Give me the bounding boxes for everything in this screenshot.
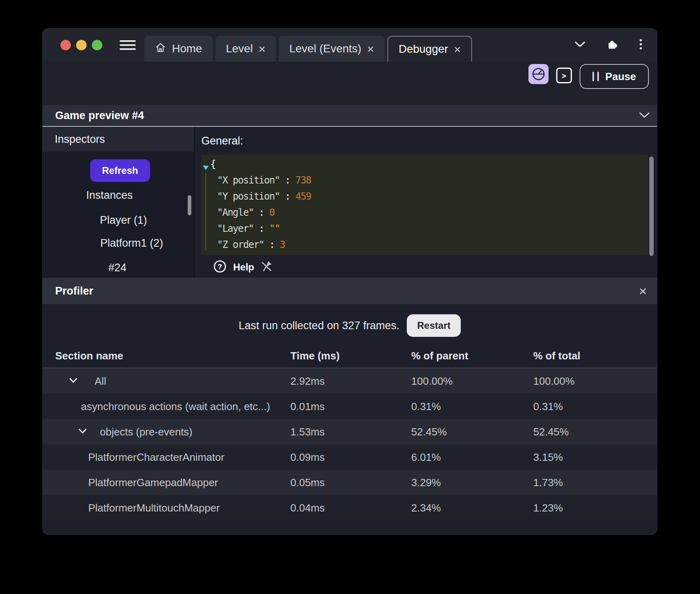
property-value[interactable]: 3 (280, 239, 285, 250)
pause-button[interactable]: Pause (580, 64, 649, 89)
collapse-triangle-icon[interactable] (203, 161, 209, 173)
tree-item-platform1[interactable]: Platform1 (2) (100, 237, 163, 250)
traffic-lights (43, 40, 102, 50)
tab-home[interactable]: Home (144, 36, 213, 62)
help-question-icon[interactable]: ? (213, 260, 227, 275)
tab-debugger[interactable]: Debugger × (387, 36, 472, 62)
tab-label: Level (Events) (289, 42, 361, 55)
chevron-down-icon[interactable] (79, 428, 87, 435)
unpin-icon[interactable] (261, 260, 273, 274)
table-row[interactable]: objects (pre-events) 1.53ms 52.45% 52.45… (43, 419, 657, 444)
column-time: Time (ms) (290, 350, 340, 362)
property-value[interactable]: 738 (295, 175, 311, 186)
pause-label: Pause (605, 70, 636, 83)
close-tab-icon[interactable]: × (367, 42, 374, 55)
tab-bar: Home Level × Level (Events) × Debugger × (43, 29, 657, 62)
tabbar-right-actions (575, 38, 657, 52)
property-row: "Z order" : 3 (201, 237, 648, 253)
pause-icon (592, 72, 599, 81)
close-tab-icon[interactable]: × (454, 43, 461, 56)
table-row[interactable]: PlatformerMultitouchMapper 0.04ms 2.34% … (43, 495, 657, 520)
profiler-body: Last run collected on 327 frames. Restar… (43, 304, 657, 534)
tab-label: Debugger (399, 43, 448, 56)
property-row: "Y position" : 459 (201, 188, 648, 204)
restart-button[interactable]: Restart (407, 314, 461, 337)
refresh-button[interactable]: Refresh (90, 159, 150, 182)
help-label[interactable]: Help (233, 262, 254, 273)
tab-strip: Home Level × Level (Events) × Debugger × (144, 36, 472, 62)
profiler-status-text: Last run collected on 327 frames. (239, 320, 400, 332)
home-icon (155, 41, 166, 56)
column-section-name: Section name (55, 350, 123, 362)
tree-item-instance-24[interactable]: #24 (108, 262, 126, 274)
table-row[interactable]: PlatformerCharacterAnimator 0.09ms 6.01%… (43, 444, 657, 470)
property-value[interactable]: "" (269, 223, 280, 234)
property-row: "Angle" : 0 (201, 204, 648, 221)
profiler-header: Profiler × (43, 278, 657, 304)
general-title: General: (201, 135, 243, 147)
property-value[interactable]: 0 (269, 207, 275, 218)
menu-icon[interactable] (120, 40, 136, 50)
inspectors-scrollbar[interactable] (188, 195, 191, 215)
extensions-puzzle-icon[interactable] (606, 38, 618, 52)
collapse-chevron-icon[interactable] (639, 112, 650, 120)
general-scrollbar[interactable] (649, 157, 654, 256)
profiler-table-header: Section name Time (ms) % of parent % of … (43, 350, 657, 362)
console-button[interactable]: > (556, 68, 572, 83)
profiler-title: Profiler (55, 285, 93, 297)
minimize-window-button[interactable] (76, 40, 87, 50)
close-window-button[interactable] (60, 40, 71, 50)
help-row: ? Help (213, 260, 273, 275)
inspectors-tree: Refresh Instances Player (1) Platform1 (… (43, 152, 194, 278)
debugger-window: Home Level × Level (Events) × Debugger × (42, 28, 657, 535)
tab-label: Level (226, 42, 253, 55)
inspectors-title: Inspectors (43, 127, 194, 152)
property-row: "X position" : 738 (201, 172, 648, 188)
tree-item-player[interactable]: Player (1) (100, 214, 147, 227)
property-value[interactable]: 459 (295, 191, 311, 202)
profiler-status-row: Last run collected on 327 frames. Restar… (43, 314, 657, 337)
profiler-gauge-button[interactable] (528, 64, 549, 84)
tab-label: Home (172, 42, 202, 55)
general-panel: General: { "X position" : 738 "Y positio… (195, 127, 657, 278)
table-row[interactable]: asynchronous actions (wait action, etc..… (43, 394, 657, 419)
console-prompt-icon: > (562, 71, 566, 80)
column-percent-total: % of total (533, 350, 580, 362)
more-options-icon[interactable] (639, 39, 642, 52)
svg-text:?: ? (218, 263, 222, 271)
open-brace: { (210, 159, 215, 170)
properties-json-view: { "X position" : 738 "Y position" : 459 … (201, 155, 648, 255)
tree-item-instances[interactable]: Instances (86, 189, 133, 202)
game-preview-content: Inspectors Refresh Instances Player (1) … (43, 127, 657, 278)
tab-level-events[interactable]: Level (Events) × (279, 36, 385, 62)
chevron-down-icon[interactable] (69, 377, 77, 385)
close-tab-icon[interactable]: × (259, 42, 266, 55)
zoom-window-button[interactable] (92, 40, 102, 50)
table-row[interactable]: All 2.92ms 100.00% 100.00% (43, 368, 657, 394)
chevron-down-icon[interactable] (575, 41, 585, 49)
game-preview-title: Game preview #4 (55, 109, 144, 122)
close-profiler-icon[interactable]: × (639, 284, 647, 298)
tab-level[interactable]: Level × (215, 36, 276, 62)
inspectors-panel: Inspectors Refresh Instances Player (1) … (43, 127, 195, 278)
gauge-icon (531, 66, 546, 82)
debugger-toolbar: > Pause (43, 62, 657, 105)
column-percent-parent: % of parent (411, 350, 468, 362)
table-row[interactable]: PlatformerGamepadMapper 0.05ms 3.29% 1.7… (43, 470, 657, 495)
game-preview-header[interactable]: Game preview #4 (43, 105, 657, 127)
property-row: "Layer" : "" (201, 221, 648, 237)
